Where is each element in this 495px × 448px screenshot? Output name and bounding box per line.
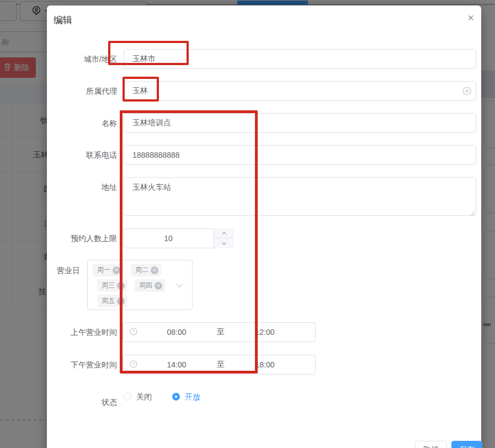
close-icon[interactable]: × bbox=[464, 11, 477, 24]
day-tag-label: 周四 bbox=[139, 281, 152, 290]
agent-input[interactable] bbox=[124, 81, 476, 101]
radio-closed-label[interactable]: 关闭 bbox=[136, 389, 152, 404]
radio-open[interactable] bbox=[172, 393, 180, 401]
clock-icon bbox=[130, 328, 137, 337]
stepper-increase-button[interactable] bbox=[214, 228, 234, 238]
stepper-decrease-button[interactable] bbox=[214, 238, 234, 248]
resize-handle-icon[interactable] bbox=[469, 209, 475, 218]
address-textarea[interactable]: 玉林火车站 bbox=[124, 177, 476, 216]
radio-closed[interactable] bbox=[124, 393, 131, 401]
tag-remove-icon[interactable]: × bbox=[117, 282, 125, 290]
chevron-down-icon bbox=[176, 281, 182, 287]
business-days-label: 营业日 bbox=[47, 260, 80, 281]
status-label: 状态 bbox=[47, 392, 117, 412]
phone-label: 联系电话 bbox=[47, 145, 117, 165]
address-label: 地址 bbox=[47, 177, 117, 197]
day-tag-label: 周一 bbox=[97, 265, 110, 275]
afternoon-start-time[interactable]: 14:00 bbox=[137, 360, 216, 369]
phone-input[interactable] bbox=[124, 145, 476, 165]
afternoon-hours-label: 下午营业时间 bbox=[47, 355, 117, 375]
day-tag-label: 周二 bbox=[135, 265, 148, 275]
name-input[interactable] bbox=[124, 113, 476, 133]
clock-icon bbox=[130, 360, 137, 370]
day-tag-label: 周五 bbox=[102, 296, 115, 306]
morning-start-time[interactable]: 08:00 bbox=[137, 328, 216, 337]
day-tag[interactable]: 周五× bbox=[97, 295, 127, 307]
city-label: 城市/地区 bbox=[47, 49, 117, 69]
agent-label: 所属代理 bbox=[47, 81, 117, 101]
clear-icon[interactable] bbox=[462, 87, 471, 98]
chevron-down-icon bbox=[222, 240, 226, 244]
screen: 个 称 删除 名 钦 玉林 西 江 青 技 bbox=[0, 0, 495, 448]
tag-remove-icon[interactable]: × bbox=[151, 266, 158, 274]
morning-end-time[interactable]: 12:00 bbox=[226, 328, 304, 337]
morning-time-range[interactable]: 08:00 至 12:00 bbox=[123, 322, 316, 342]
day-tag[interactable]: 周二× bbox=[131, 264, 161, 276]
save-button[interactable]: 保存 bbox=[451, 441, 482, 448]
capacity-stepper bbox=[214, 228, 234, 248]
chevron-up-icon bbox=[222, 232, 226, 236]
tag-remove-icon[interactable]: × bbox=[117, 297, 125, 305]
day-tag[interactable]: 周一× bbox=[93, 264, 123, 276]
time-separator: 至 bbox=[216, 327, 226, 337]
city-input[interactable] bbox=[124, 49, 476, 69]
day-tag[interactable]: 周四× bbox=[135, 279, 165, 292]
business-days-select[interactable]: 周一× 周二× 周三× 周四× 周五× bbox=[87, 260, 193, 310]
edit-dialog: 编辑 × 城市/地区 所属代理 名称 联系电话 地址 玉林火车站 预约人数 bbox=[47, 6, 481, 448]
tag-remove-icon[interactable]: × bbox=[113, 266, 120, 274]
cancel-button[interactable]: 取消 bbox=[415, 441, 447, 448]
day-tag-label: 周三 bbox=[102, 281, 115, 290]
day-tag[interactable]: 周三× bbox=[97, 279, 127, 292]
name-label: 名称 bbox=[47, 113, 117, 133]
morning-hours-label: 上午营业时间 bbox=[47, 322, 117, 342]
time-separator: 至 bbox=[216, 360, 226, 370]
dialog-title: 编辑 bbox=[54, 14, 72, 26]
capacity-label: 预约人数上限 bbox=[47, 228, 117, 248]
afternoon-time-range[interactable]: 14:00 至 18:00 bbox=[123, 355, 316, 375]
radio-open-label[interactable]: 开放 bbox=[185, 389, 200, 404]
tag-remove-icon[interactable]: × bbox=[155, 282, 162, 290]
afternoon-end-time[interactable]: 18:00 bbox=[226, 360, 304, 369]
